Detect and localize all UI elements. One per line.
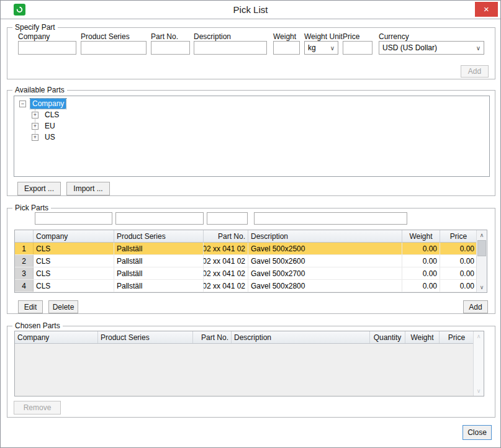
pick-parts-cell: Pallställ — [114, 267, 204, 279]
pick-parts-cell: Pallställ — [114, 243, 204, 254]
pick-parts-cell: 3 — [15, 267, 34, 279]
pick-parts-cell: 95 02 xx 041 02 — [204, 255, 248, 267]
specify-add-button[interactable]: Add — [461, 65, 489, 78]
pick-parts-cell: CLS — [34, 255, 114, 267]
chevron-down-icon: ∨ — [330, 45, 335, 52]
tree-node-eu[interactable]: + EU — [32, 120, 57, 132]
expand-icon[interactable]: + — [32, 123, 38, 130]
weight-unit-value: kg — [308, 43, 316, 52]
pick-parts-header: Company Product Series Part No. Descript… — [15, 230, 476, 243]
currency-select[interactable]: USD (US Dollar) ∨ — [379, 41, 484, 55]
column-header-weight[interactable]: Weight — [402, 230, 440, 242]
tree-node-company[interactable]: − Company — [19, 98, 66, 109]
filter-company-input[interactable] — [35, 212, 112, 225]
column-header-company[interactable]: Company — [34, 230, 114, 242]
remove-button[interactable]: Remove — [14, 401, 61, 414]
pick-parts-cell: 0.00 — [440, 255, 476, 267]
pick-add-button[interactable]: Add — [463, 300, 488, 313]
pick-parts-vertical-scrollbar[interactable]: ∧ ∨ — [476, 230, 487, 292]
description-label: Description — [194, 32, 231, 41]
column-header-description[interactable]: Description — [232, 331, 370, 343]
product-series-label: Product Series — [81, 32, 130, 41]
currency-label: Currency — [379, 32, 409, 41]
column-header-weight[interactable]: Weight — [405, 331, 440, 343]
chosen-parts-body — [15, 344, 473, 396]
pick-parts-cell: 1 — [15, 243, 34, 254]
part-no-field[interactable] — [151, 41, 190, 55]
pick-parts-cell: 95 02 xx 041 02 — [204, 243, 248, 254]
export-button[interactable]: Export ... — [17, 182, 61, 195]
pick-parts-row[interactable]: 3CLSPallställ95 02 xx 041 02Gavel 500x27… — [15, 267, 476, 280]
column-header-description[interactable]: Description — [248, 230, 402, 242]
pick-parts-row[interactable]: 4CLSPallställ95 02 xx 041 02Gavel 500x28… — [15, 280, 476, 292]
column-header-company[interactable]: Company — [15, 331, 98, 343]
weight-unit-label: Weight Unit — [304, 32, 343, 41]
scrollbar-thumb[interactable] — [477, 240, 486, 256]
chosen-parts-table: Company Product Series Part No. Descript… — [14, 331, 484, 396]
currency-value: USD (US Dollar) — [382, 43, 437, 52]
pick-parts-cell: 0.00 — [402, 255, 440, 267]
column-header-rownum[interactable] — [15, 230, 34, 242]
pick-parts-row[interactable]: 2CLSPallställ95 02 xx 041 02Gavel 500x26… — [15, 255, 476, 267]
close-icon[interactable]: × — [475, 2, 498, 17]
product-series-field[interactable] — [81, 41, 147, 55]
pick-parts-cell: 0.00 — [402, 267, 440, 279]
expand-icon[interactable]: + — [32, 134, 38, 141]
column-header-product-series[interactable]: Product Series — [114, 230, 204, 242]
group-label: Available Parts — [12, 86, 67, 94]
specify-part-group: Specify Part Company Product Series Part… — [7, 27, 495, 79]
pick-parts-cell: 4 — [15, 280, 34, 292]
expand-icon[interactable]: + — [32, 112, 38, 119]
part-no-label: Part No. — [151, 32, 178, 41]
pick-parts-group: Pick Parts Company Product Series Part N… — [7, 208, 495, 314]
available-parts-group: Available Parts − Company + CLS + EU + U… — [7, 90, 495, 196]
scroll-up-icon[interactable]: ∧ — [477, 230, 487, 240]
pick-parts-row[interactable]: 1CLSPallställ95 02 xx 041 02Gavel 500x25… — [15, 243, 476, 255]
column-header-price[interactable]: Price — [440, 331, 473, 343]
pick-parts-cell: Gavel 500x2500 — [248, 243, 402, 254]
close-button[interactable]: Close — [463, 425, 492, 440]
pick-parts-cell: 0.00 — [440, 267, 476, 279]
group-label: Specify Part — [12, 23, 58, 32]
group-label: Pick Parts — [12, 204, 51, 212]
edit-button[interactable]: Edit — [18, 300, 43, 313]
filter-part-no-input[interactable] — [207, 212, 248, 225]
column-header-quantity[interactable]: Quantity — [370, 331, 405, 343]
weight-field[interactable] — [273, 41, 300, 55]
company-field[interactable] — [18, 41, 76, 55]
tree-node-label[interactable]: Company — [30, 99, 66, 109]
weight-unit-select[interactable]: kg ∨ — [304, 41, 338, 55]
group-label: Chosen Parts — [12, 321, 63, 330]
scroll-down-icon[interactable]: ∨ — [477, 282, 487, 292]
chosen-parts-header: Company Product Series Part No. Descript… — [15, 331, 473, 344]
import-button[interactable]: Import ... — [66, 182, 110, 195]
tree-node-us[interactable]: + US — [32, 132, 57, 143]
chevron-down-icon: ∨ — [476, 45, 481, 52]
window-title: Pick List — [1, 1, 500, 19]
weight-label: Weight — [273, 32, 296, 41]
price-field[interactable] — [343, 41, 372, 55]
column-header-product-series[interactable]: Product Series — [98, 331, 193, 343]
collapse-icon[interactable]: − — [19, 101, 26, 107]
tree-node-cls[interactable]: + CLS — [32, 109, 61, 120]
description-field[interactable] — [194, 41, 267, 55]
pick-parts-cell: 2 — [15, 255, 34, 267]
pick-parts-cell: 0.00 — [402, 243, 440, 254]
scroll-down-icon: ∨ — [474, 386, 484, 396]
column-header-part-no[interactable]: Part No. — [204, 230, 248, 242]
pick-parts-cell: 0.00 — [440, 280, 476, 292]
pick-parts-cell: CLS — [34, 280, 114, 292]
tree-node-label[interactable]: EU — [43, 121, 57, 131]
pick-parts-body: 1CLSPallställ95 02 xx 041 02Gavel 500x25… — [15, 243, 476, 292]
tree-node-label[interactable]: CLS — [43, 110, 61, 120]
scroll-up-icon: ∧ — [474, 331, 484, 341]
pick-parts-cell: CLS — [34, 267, 114, 279]
column-header-part-no[interactable]: Part No. — [193, 331, 232, 343]
pick-parts-cell: Pallställ — [114, 255, 204, 267]
filter-description-input[interactable] — [254, 212, 407, 225]
pick-parts-cell: 0.00 — [402, 280, 440, 292]
tree-node-label[interactable]: US — [43, 132, 57, 142]
delete-button[interactable]: Delete — [48, 300, 78, 313]
column-header-price[interactable]: Price — [440, 230, 476, 242]
filter-product-series-input[interactable] — [115, 212, 204, 225]
